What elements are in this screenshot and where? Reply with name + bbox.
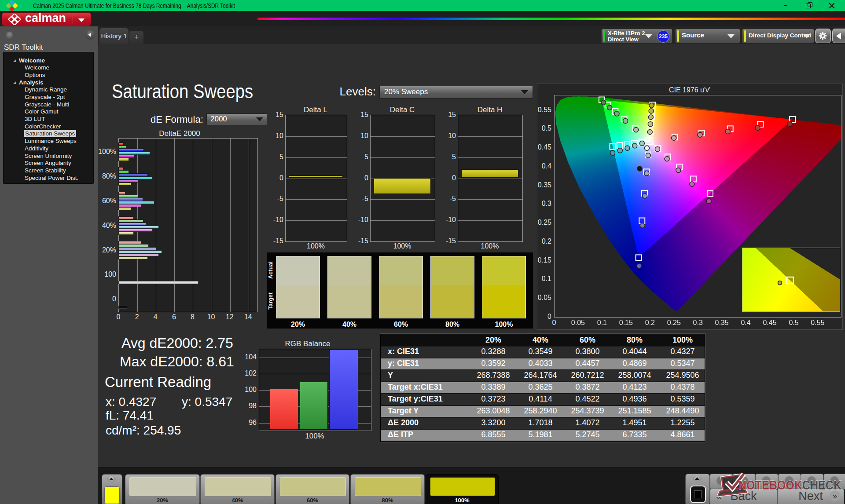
- svg-text:NOTEBOOKCHECK: NOTEBOOKCHECK: [738, 478, 841, 492]
